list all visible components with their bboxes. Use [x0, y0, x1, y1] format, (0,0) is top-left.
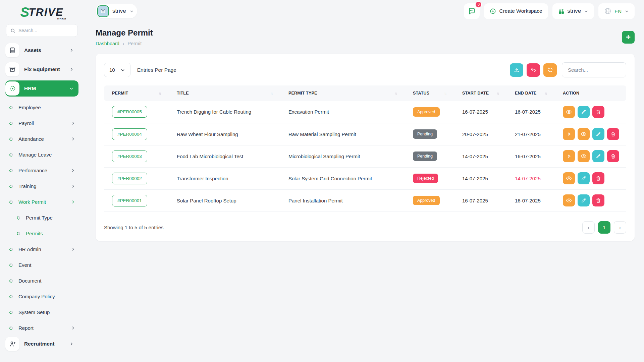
search-input[interactable]: [18, 28, 73, 33]
export-download-button[interactable]: [510, 63, 523, 77]
sidebar-item-assets[interactable]: Assets: [5, 42, 78, 58]
trash-icon: [596, 198, 601, 203]
sort-icon[interactable]: ↑↓: [159, 92, 161, 95]
table-row: #PER00001Solar Panel Rooftop SetupPanel …: [104, 189, 626, 212]
view-button[interactable]: [563, 172, 575, 184]
pagination-prev-button[interactable]: ‹: [582, 221, 595, 234]
sidebar-item-performance[interactable]: Performance: [5, 163, 78, 178]
permit-id-badge[interactable]: #PER00004: [112, 128, 147, 140]
sidebar-item-employee[interactable]: Employee: [5, 100, 78, 115]
sidebar-item-permit-type[interactable]: Permit Type: [5, 210, 78, 226]
sidebar-item-report[interactable]: Report: [5, 320, 78, 336]
delete-button[interactable]: [607, 128, 619, 140]
column-header-title[interactable]: TITLE↑↓: [173, 85, 284, 101]
bullet-icon: [9, 310, 13, 314]
status-badge: Pending: [413, 129, 437, 139]
hub-icon: [5, 81, 19, 96]
column-header-status[interactable]: STATUS↑↓: [409, 85, 458, 101]
status-cell: Pending: [409, 123, 458, 145]
column-header-end-date[interactable]: END DATE↑↓: [511, 85, 559, 101]
bullet-icon: [9, 137, 13, 141]
view-button[interactable]: [563, 106, 575, 118]
workspace-avatar-icon: [97, 5, 109, 17]
permit-id-badge[interactable]: #PER00005: [112, 106, 147, 118]
sort-icon[interactable]: ↑↓: [444, 92, 446, 95]
permit-id-badge[interactable]: #PER00002: [112, 173, 147, 184]
approve-play-button[interactable]: [563, 128, 575, 140]
sidebar-item-company-policy[interactable]: Company Policy: [5, 289, 78, 304]
sidebar-item-attendance[interactable]: Attendance: [5, 131, 78, 147]
delete-button[interactable]: [592, 106, 604, 118]
table-row: #PER00002Transformer InspectionSolar Sys…: [104, 167, 626, 189]
table-row: #PER00004Raw Wheat Flour SamplingRaw Mat…: [104, 123, 626, 145]
undo-button[interactable]: [527, 63, 540, 77]
delete-button[interactable]: [607, 150, 619, 162]
sidebar-item-permits[interactable]: Permits: [5, 226, 78, 241]
approve-play-button[interactable]: [563, 150, 575, 162]
view-button[interactable]: [578, 128, 590, 140]
edit-button[interactable]: [592, 128, 604, 140]
view-button[interactable]: [578, 150, 590, 162]
status-badge: Approved: [413, 196, 440, 205]
workspace-chip[interactable]: strive: [96, 4, 137, 18]
delete-button[interactable]: [592, 194, 604, 206]
sidebar-item-fix-equipment[interactable]: Fix Equipment: [5, 61, 78, 77]
end-date-cell: 16-07-2025: [511, 145, 559, 167]
chevron-down-icon: [584, 9, 588, 13]
view-button[interactable]: [563, 194, 575, 206]
create-workspace-button[interactable]: Create Workspace: [484, 3, 548, 19]
language-select[interactable]: EN: [598, 3, 635, 19]
chat-button[interactable]: 0: [464, 3, 480, 19]
entries-per-page-value: 10: [109, 67, 115, 73]
archive-icon: [5, 62, 19, 76]
sidebar-item-hr-admin[interactable]: HR Admin: [5, 241, 78, 257]
breadcrumb: Dashboard › Permit: [96, 41, 153, 46]
column-header-permit-type[interactable]: PERMIT TYPE↑↓: [284, 85, 409, 101]
sidebar-item-system-setup[interactable]: System Setup: [5, 304, 78, 320]
edit-button[interactable]: [578, 194, 590, 206]
breadcrumb-dashboard-link[interactable]: Dashboard: [96, 41, 119, 46]
top-header: strive 0 Create Workspace: [96, 3, 635, 19]
chevron-right-icon: ›: [123, 41, 124, 46]
sidebar-item-manage-leave[interactable]: Manage Leave: [5, 147, 78, 163]
sidebar-item-hrm[interactable]: HRM: [5, 80, 78, 97]
sidebar-item-work-permit[interactable]: Work Permit: [5, 194, 78, 210]
status-cell: Pending: [409, 145, 458, 167]
table-toolbar: 10 Entries Per Page: [104, 62, 626, 77]
refresh-button[interactable]: [543, 63, 557, 77]
sidebar-search[interactable]: [6, 24, 78, 37]
sidebar-item-label: Training: [18, 183, 37, 189]
sort-icon[interactable]: ↑↓: [395, 92, 397, 95]
column-header-start-date[interactable]: START DATE↑↓: [458, 85, 511, 101]
workspace-select[interactable]: strive: [552, 3, 594, 19]
edit-button[interactable]: [592, 150, 604, 162]
sidebar-item-label: Fix Equipment: [24, 66, 60, 72]
sidebar-item-event[interactable]: Event: [5, 257, 78, 273]
column-header-permit[interactable]: PERMIT↑↓: [104, 85, 173, 101]
sidebar-item-label: Employee: [18, 105, 41, 110]
sidebar-item-recruitment[interactable]: Recruitment: [5, 336, 78, 352]
chevron-down-icon: [120, 68, 125, 72]
edit-button[interactable]: [578, 106, 590, 118]
sidebar-item-payroll[interactable]: Payroll: [5, 115, 78, 131]
sidebar-item-document[interactable]: Document: [5, 273, 78, 289]
bullet-icon: [9, 263, 13, 267]
pagination-next-button[interactable]: ›: [614, 221, 626, 234]
table-search-input[interactable]: [562, 62, 626, 77]
sort-icon[interactable]: ↑↓: [497, 92, 499, 95]
grid-plus-icon: [558, 8, 565, 14]
bullet-icon: [9, 121, 13, 125]
permit-id-badge[interactable]: #PER00001: [112, 195, 147, 206]
end-date-cell: 21-07-2025: [511, 123, 559, 145]
entries-per-page-select[interactable]: 10: [104, 63, 130, 77]
pagination-page-1[interactable]: 1: [598, 221, 610, 234]
status-cell: Approved: [409, 189, 458, 212]
sidebar-item-training[interactable]: Training: [5, 178, 78, 194]
add-permit-button[interactable]: +: [622, 31, 635, 44]
breadcrumb-current: Permit: [127, 41, 142, 46]
sort-icon[interactable]: ↑↓: [545, 92, 547, 95]
sort-icon[interactable]: ↑↓: [270, 92, 272, 95]
delete-button[interactable]: [592, 172, 604, 184]
permit-id-badge[interactable]: #PER00003: [112, 150, 147, 162]
edit-button[interactable]: [578, 172, 590, 184]
